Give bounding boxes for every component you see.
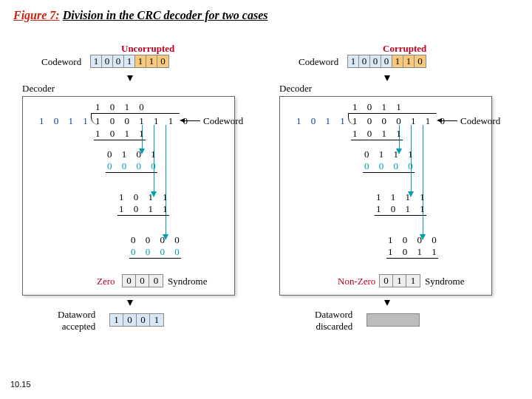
status-label-left: Uncorrupted [121,43,174,55]
step-res: 0 1 0 1 [107,149,160,160]
syndrome-box-right: 0 1 1 [379,274,420,287]
arrow-down-icon [127,300,133,306]
syndrome-label-left: Syndrome [168,276,207,287]
codeword-box-left: 1 0 0 1 1 1 0 [90,55,169,68]
step-res: 0 1 1 1 [364,149,417,160]
dividend-left: 1 0 0 1 1 1 0 [95,115,191,127]
figure-title: Figure 7: Division in the CRC decoder fo… [13,9,267,22]
step-sub: 0 0 0 0 [107,160,160,172]
decoder-label-left: Decoder [22,83,55,95]
arrow-down-icon [384,300,390,306]
page-number: 10.15 [10,380,31,389]
step-res: 1 0 1 1 [119,191,171,203]
divisor-left: 1 0 1 1 [39,115,92,127]
decoder-box-right: 1 0 1 1 1 0 1 1 1 0 0 0 1 1 0 Codeword 1… [279,96,492,296]
syndrome-box-left: 0 0 0 [122,274,163,287]
rule [94,140,146,140]
quotient-right: 1 0 1 1 [352,101,405,113]
rule [106,172,157,173]
step-sub: 1 0 1 1 [388,246,440,258]
dividend-right: 1 0 0 0 1 1 0 [352,115,449,127]
codeword-label-left: Codeword [41,56,81,68]
rule [117,215,169,216]
step-sub: 1 0 1 1 [95,128,148,140]
codeword-label-right: Codeword [299,56,338,68]
arrow-down-icon [127,75,133,81]
panel-uncorrupted: Uncorrupted Codeword 1 0 0 1 1 1 0 Decod… [22,43,266,361]
step-sub: 1 0 1 1 [352,128,405,140]
syndrome-status-left: Zero [97,276,115,287]
drop-line [423,125,423,236]
step-sub: 0 0 0 0 [364,160,417,172]
figure-text: Division in the CRC decoder for two case… [63,9,268,21]
step-res: 0 0 0 0 [131,234,183,246]
step-res: 1 0 0 0 [388,234,440,246]
dataword-discarded-label: Dataword discarded [315,309,352,332]
rule [363,172,415,173]
codeword-box-right: 1 0 0 0 1 1 0 [347,55,426,68]
empty-dataword-icon [366,313,420,327]
step-sub: 1 0 1 1 [119,203,171,215]
rule [375,215,426,216]
step-sub: 0 0 0 0 [131,246,183,258]
syndrome-label-right: Syndrome [425,276,464,287]
dividend-label-right: Codeword [460,115,500,127]
dataword-accepted-label: Dataword accepted [58,309,95,332]
arrow-left-icon [184,120,200,121]
arrow-down-icon [384,75,390,81]
syndrome-status-right: Non-Zero [338,276,375,287]
rule [129,258,181,259]
arrow-left-icon [441,120,457,121]
rule [386,258,438,259]
rule [351,140,403,140]
dataword-box-right [366,313,420,330]
decoder-box-left: 1 0 1 0 1 0 1 1 1 0 0 1 1 1 0 Codeword 1… [22,96,235,296]
status-label-right: Corrupted [383,43,426,55]
drop-line [166,125,166,236]
step-res: 1 1 1 1 [376,191,429,203]
figure-number: Figure 7: [13,9,60,21]
quotient-left: 1 0 1 0 [95,101,148,113]
step-sub: 1 0 1 1 [376,203,429,215]
dividend-label-left: Codeword [203,115,243,127]
decoder-label-right: Decoder [279,83,312,95]
panel-corrupted: Corrupted Codeword 1 0 0 0 1 1 0 Decoder… [279,43,523,361]
dataword-box-left: 1 0 0 1 [109,313,164,327]
divisor-right: 1 0 1 1 [296,115,349,127]
